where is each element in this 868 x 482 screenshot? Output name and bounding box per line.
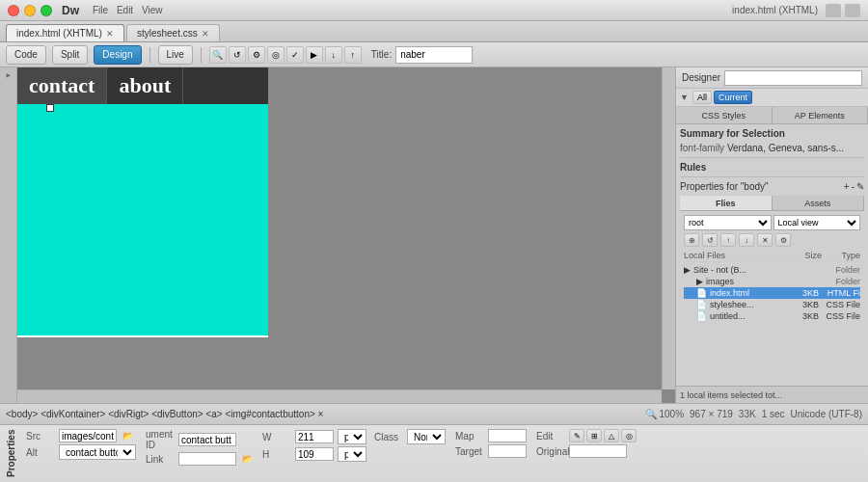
images-type: Folder	[822, 277, 860, 286]
src-input[interactable]	[59, 429, 117, 442]
w-unit-select[interactable]: px	[338, 429, 366, 444]
title-icon-2[interactable]	[845, 4, 860, 17]
files-btn-4[interactable]: ↓	[739, 233, 754, 247]
original-label: Original	[536, 446, 565, 457]
add-prop-icon[interactable]: +	[844, 181, 850, 192]
properties-sub-tabs: Flies Assets	[680, 196, 864, 211]
link-browse-icon[interactable]: 📂	[242, 454, 253, 464]
vertical-scrollbar[interactable]	[662, 67, 675, 389]
browser-icon[interactable]: ◎	[267, 46, 285, 64]
toolbar-sep-2	[201, 47, 202, 63]
panel-filter-bar: ▼ All Current	[676, 89, 868, 107]
split-button[interactable]: Split	[52, 45, 88, 65]
canvas-area[interactable]: contact about	[17, 67, 675, 403]
filter-current-btn[interactable]: Current	[714, 91, 752, 104]
menu-view[interactable]: View	[142, 5, 163, 15]
status-right: 🔍 100% 967 × 719 33K 1 sec Unicode (UTF-…	[645, 409, 862, 419]
untitled-type: CSS File	[822, 311, 860, 321]
design-button[interactable]: Design	[94, 45, 141, 65]
download-icon[interactable]: ↓	[325, 46, 342, 64]
map-label: Map	[455, 431, 484, 442]
site-label: Site - not (B...	[693, 265, 819, 275]
edit-btn-4[interactable]: ◎	[621, 429, 637, 442]
tab-close-0[interactable]: ✕	[106, 29, 114, 39]
class-select[interactable]: None	[407, 429, 446, 444]
file-tree-untitled[interactable]: 📄 untitled... 3KB CSS File	[684, 310, 860, 322]
props-row-target: Target	[455, 444, 527, 458]
panel-search-input[interactable]	[724, 70, 862, 86]
src-label: Src	[26, 431, 55, 442]
file-tree-images[interactable]: ▶ images Folder	[684, 276, 860, 287]
css-label: styleshee...	[710, 300, 797, 309]
properties-tab-assets[interactable]: Assets	[773, 196, 865, 210]
h-unit-select[interactable]: px	[338, 446, 366, 462]
nav-item-contact[interactable]: contact	[17, 67, 107, 104]
original-input[interactable]	[569, 444, 627, 458]
props-row-edit: Edit ✎ ⊞ △ ◎	[536, 429, 637, 442]
src-browse-icon[interactable]: 📂	[122, 431, 133, 441]
close-button[interactable]	[8, 5, 19, 16]
maximize-button[interactable]	[41, 5, 52, 16]
files-view-select[interactable]: Local view	[773, 215, 861, 230]
untitled-icon: 📄	[696, 311, 707, 321]
tab-close-1[interactable]: ✕	[202, 29, 209, 39]
id-input[interactable]	[178, 433, 236, 446]
panel-title: Designer	[682, 72, 720, 83]
w-input[interactable]	[295, 430, 334, 443]
status-encoding: Unicode (UTF-8)	[791, 409, 862, 419]
filter-all-btn[interactable]: All	[692, 91, 712, 104]
untitled-size: 3KB	[800, 311, 819, 321]
settings-icon[interactable]: ⚙	[248, 46, 265, 64]
col-local-files: Local Files	[684, 251, 795, 260]
map-input[interactable]	[488, 429, 527, 442]
menu-edit[interactable]: Edit	[117, 5, 133, 15]
props-row-link: Link 📂	[146, 452, 253, 466]
file-tree-stylesheet[interactable]: 📄 styleshee... 3KB CSS File	[684, 299, 860, 310]
id-label: ument ID	[146, 429, 175, 450]
panel-tab-css-styles[interactable]: CSS Styles	[676, 107, 773, 123]
col-type: Type	[822, 251, 860, 260]
check-icon[interactable]: ✓	[286, 46, 304, 64]
files-root-select[interactable]: root	[684, 215, 772, 230]
main-toolbar: Code Split Design Live 🔍 ↺ ⚙ ◎ ✓ ▶ ↓ ↑ T…	[0, 42, 868, 67]
edit-btn-2[interactable]: ⊞	[586, 429, 602, 442]
files-btn-2[interactable]: ↺	[702, 233, 718, 247]
files-btn-3[interactable]: ↑	[720, 233, 736, 247]
nav-item-about[interactable]: about	[107, 67, 183, 104]
h-input[interactable]	[295, 447, 334, 461]
filter-label: ▼	[680, 93, 689, 102]
alt-select[interactable]: contact button	[59, 444, 136, 460]
edit-btn-3[interactable]: △	[604, 429, 619, 442]
magnify-icon[interactable]: 🔍	[209, 46, 227, 64]
delete-prop-icon[interactable]: -	[852, 181, 854, 192]
files-btn-6[interactable]: ⚙	[775, 233, 791, 247]
target-input[interactable]	[488, 444, 527, 458]
title-field-group: Title:	[371, 46, 473, 64]
code-button[interactable]: Code	[6, 45, 46, 65]
file-tree-site[interactable]: ▶ Site - not (B... Folder	[684, 264, 860, 276]
properties-tab-flies[interactable]: Flies	[680, 196, 773, 210]
link-input[interactable]	[178, 452, 236, 466]
props-section-main: Src 📂 Alt contact button	[26, 429, 136, 460]
live-button[interactable]: Live	[158, 45, 193, 65]
menu-file[interactable]: File	[93, 5, 108, 15]
zoom-value: 100%	[659, 409, 684, 419]
files-btn-5[interactable]: ✕	[757, 233, 773, 247]
upload-icon[interactable]: ↑	[344, 46, 362, 64]
file-tree-index[interactable]: 📄 index.html 3KB HTML Fi	[684, 287, 860, 299]
minimize-button[interactable]	[24, 5, 36, 16]
edit-prop-icon[interactable]: ✎	[856, 181, 864, 192]
panel-tab-ap-elements[interactable]: AP Elements	[773, 107, 869, 123]
files-btn-1[interactable]: ⊕	[684, 233, 699, 247]
edit-btn-1[interactable]: ✎	[569, 429, 584, 442]
index-label: index.html	[710, 288, 797, 298]
title-icon-1[interactable]	[826, 4, 841, 17]
refresh-icon[interactable]: ↺	[229, 46, 246, 64]
props-section-edit: Edit ✎ ⊞ △ ◎ Original	[536, 429, 637, 458]
tab-stylesheet-css[interactable]: stylesheet.css ✕	[126, 24, 220, 41]
tab-index-html[interactable]: index.html (XHTML) ✕	[6, 24, 124, 41]
title-input[interactable]	[395, 46, 473, 64]
summary-title: Summary for Selection	[680, 128, 864, 139]
preview-icon[interactable]: ▶	[306, 46, 323, 64]
horizontal-scrollbar[interactable]	[17, 389, 662, 403]
